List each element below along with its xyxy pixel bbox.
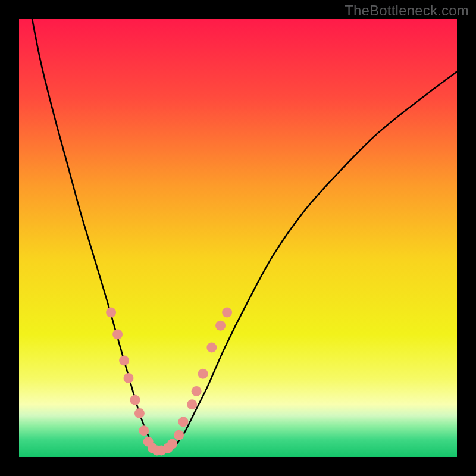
data-marker bbox=[178, 417, 189, 427]
data-marker bbox=[112, 329, 123, 339]
data-marker bbox=[167, 439, 177, 449]
data-marker bbox=[139, 425, 149, 436]
data-marker bbox=[198, 369, 208, 379]
data-marker bbox=[192, 386, 202, 396]
gradient-background bbox=[19, 19, 457, 457]
data-marker bbox=[106, 308, 116, 318]
data-marker bbox=[130, 395, 140, 405]
watermark-text: TheBottleneck.com bbox=[345, 2, 469, 19]
data-marker bbox=[222, 308, 232, 318]
data-marker bbox=[215, 321, 226, 331]
data-marker bbox=[174, 430, 184, 440]
data-marker bbox=[187, 399, 197, 409]
chart-frame: TheBottleneck.com bbox=[0, 0, 476, 476]
data-marker bbox=[119, 356, 129, 366]
data-marker bbox=[124, 373, 134, 383]
chart-svg bbox=[19, 19, 457, 457]
plot-area bbox=[19, 19, 457, 457]
data-marker bbox=[206, 343, 217, 353]
data-marker bbox=[134, 408, 145, 418]
